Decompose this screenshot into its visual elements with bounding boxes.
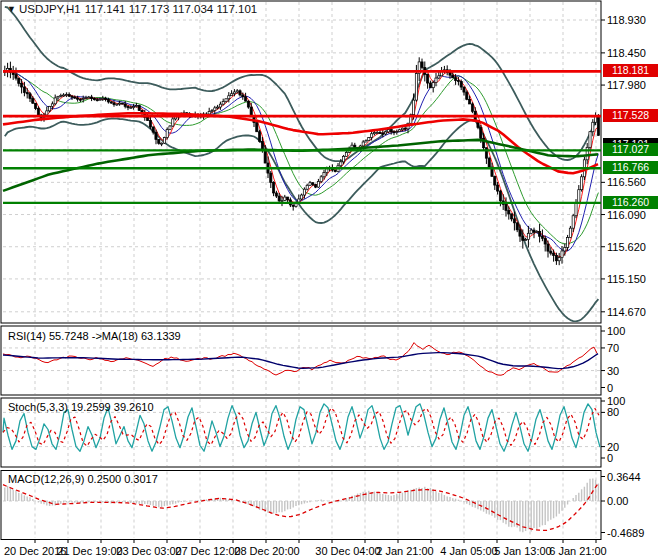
price-tick-label: 116.090 — [607, 209, 646, 221]
axis-ticks — [601, 20, 605, 533]
price-tick-label: 115.150 — [607, 273, 646, 285]
stoch-tick-label: 20 — [607, 441, 619, 453]
macd-indicator-label: MACD(12,26,9) 0.2500 0.3017 — [8, 473, 158, 485]
symbol-label: USDJPY,H1 — [19, 3, 81, 15]
date-tick-label: 2 Jan 21:00 — [376, 545, 434, 557]
level-price-tag: 116.766 — [603, 161, 658, 174]
date-tick-label: 23 Dec 03:00 — [116, 545, 181, 557]
stoch-tick-label: 0 — [607, 452, 613, 464]
stoch-indicator-label: Stoch(5,3,3) 19.2599 39.2610 — [8, 401, 154, 413]
chart-title: ▼USDJPY,H1117.141 117.173 117.034 117.10… — [7, 3, 257, 15]
date-tick-label: 21 Dec 19:00 — [57, 545, 122, 557]
price-tick-label: 116.560 — [607, 176, 646, 188]
macd-tick-label: 0.00 — [607, 495, 628, 507]
rsi-tick-label: 30 — [607, 365, 619, 377]
level-price-tag: 116.260 — [603, 196, 658, 209]
date-tick-label: 5 Jan 13:00 — [494, 545, 552, 557]
date-tick-label: 6 Jan 21:00 — [549, 545, 607, 557]
price-tick-label: 118.450 — [607, 47, 646, 59]
price-tick-label: 117.980 — [607, 79, 646, 91]
rsi-tick-label: 100 — [607, 325, 625, 337]
rsi-indicator-label: RSI(14) 55.7248 ->MA(18) 63.1339 — [8, 330, 181, 342]
level-price-tag: 117.027 — [603, 143, 658, 156]
symbol-dropdown-icon[interactable]: ▼ — [7, 4, 16, 14]
macd-tick-label: 0.3644 — [607, 471, 641, 483]
rsi-tick-label: 0 — [607, 382, 613, 394]
date-tick-label: 4 Jan 05:00 — [440, 545, 498, 557]
level-price-tag: 118.181 — [603, 64, 658, 77]
level-price-tag: 117.528 — [603, 109, 658, 122]
rsi-tick-label: 70 — [607, 342, 619, 354]
date-tick-label: 28 Dec 20:00 — [234, 545, 299, 557]
macd-tick-label: -0.4689 — [607, 527, 644, 539]
mt4-chart-window: ▼USDJPY,H1117.141 117.173 117.034 117.10… — [0, 0, 660, 560]
stoch-tick-label: 100 — [607, 395, 625, 407]
price-tick-label: 114.670 — [607, 306, 646, 318]
stoch-tick-label: 80 — [607, 406, 619, 418]
date-tick-label: 30 Dec 04:00 — [315, 545, 380, 557]
price-tick-label: 118.930 — [607, 14, 646, 26]
ohlc-values: 117.141 117.173 117.034 117.101 — [85, 3, 257, 15]
date-tick-label: 27 Dec 12:00 — [175, 545, 240, 557]
price-tick-label: 115.620 — [607, 241, 646, 253]
